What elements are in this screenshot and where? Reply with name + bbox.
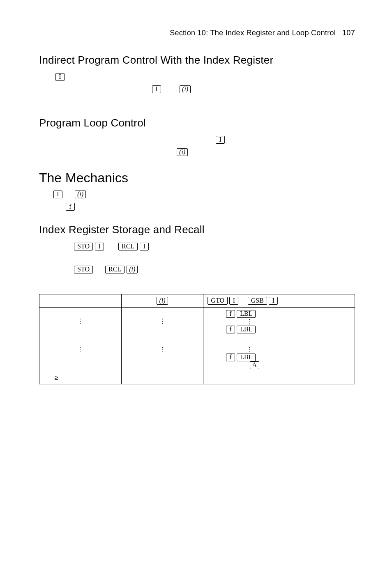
heading-storage: Index Register Storage and Recall <box>39 223 355 236</box>
table-cell <box>121 372 203 384</box>
key-LBL: LBL <box>237 310 256 318</box>
key-LBL: LBL <box>237 354 256 361</box>
para-storage-2: STO RCL (i) <box>39 263 355 276</box>
table-cell: f LBL ⋮ f LBL <box>203 308 355 336</box>
key-i: (i) <box>127 266 138 273</box>
table-header-1 <box>39 294 122 308</box>
key-LBL: LBL <box>237 326 256 333</box>
table-cell: ⋮ <box>39 336 122 372</box>
table-cell <box>203 372 355 384</box>
table-header-2: (i) <box>121 294 203 308</box>
para-mech-2: f <box>39 200 355 213</box>
key-f: f <box>226 326 235 333</box>
ge-symbol: ≥ <box>55 374 58 381</box>
key-I: I <box>216 136 225 144</box>
page-number: 107 <box>342 29 355 37</box>
vdots-icon: ⋮ <box>159 317 166 325</box>
vdots-icon: ⋮ <box>77 346 83 354</box>
table-cell: ⋮ <box>121 336 203 372</box>
table-row: ⋮ ⋮ f LBL ⋮ f LBL <box>39 308 355 336</box>
key-STO: STO <box>74 266 93 273</box>
key-I: I <box>140 243 149 250</box>
para-loop-1: I <box>39 133 355 146</box>
key-I: I <box>53 191 62 198</box>
heading-indirect: Indirect Program Control With the Index … <box>39 54 355 67</box>
para-loop-2: (i) <box>39 146 355 158</box>
key-i: (i) <box>75 191 86 198</box>
table-cell: ≥ <box>39 372 122 384</box>
key-RCL: RCL <box>105 266 125 273</box>
para-mech-1: I (i) <box>39 188 355 200</box>
table-row: ≥ <box>39 372 355 384</box>
heading-loop: Program Loop Control <box>39 117 355 129</box>
vdots-icon: ⋮ <box>159 346 166 354</box>
vdots-icon: ⋮ <box>246 346 253 354</box>
key-i: (i) <box>177 148 188 156</box>
table-cell: ⋮ <box>39 308 122 336</box>
vdots-icon: ⋮ <box>246 318 253 326</box>
key-f: f <box>226 310 235 318</box>
table-row: ⋮ ⋮ ⋮ f LBL A <box>39 336 355 372</box>
key-GSB: GSB <box>248 297 267 305</box>
key-i: (i) <box>157 297 168 305</box>
key-RCL: RCL <box>118 243 138 250</box>
key-i: (i) <box>180 85 191 93</box>
key-f: f <box>226 354 235 361</box>
table-cell: ⋮ <box>121 308 203 336</box>
page-header: Section 10: The Index Register and Loop … <box>39 29 355 37</box>
key-I: I <box>95 243 104 250</box>
reference-table: (i) GTO I GSB I ⋮ ⋮ f LBL ⋮ f LBL <box>39 294 355 384</box>
table-row: (i) GTO I GSB I <box>39 294 355 308</box>
section-title: Section 10: The Index Register and Loop … <box>170 29 336 37</box>
key-I: I <box>55 73 65 81</box>
key-GTO: GTO <box>208 297 228 305</box>
key-f: f <box>66 203 75 211</box>
key-A: A <box>250 361 260 369</box>
table-cell: ⋮ f LBL A <box>203 336 355 372</box>
para-storage-1: STO I RCL I <box>39 240 355 253</box>
key-I: I <box>152 85 161 93</box>
para-indirect-2: I (i) <box>39 83 355 95</box>
table-header-3: GTO I GSB I <box>203 294 355 308</box>
para-indirect-1: I <box>39 71 355 83</box>
vdots-icon: ⋮ <box>77 317 83 325</box>
key-STO: STO <box>74 243 93 250</box>
heading-mechanics: The Mechanics <box>39 170 355 186</box>
key-I: I <box>269 297 278 305</box>
key-I: I <box>229 297 238 305</box>
